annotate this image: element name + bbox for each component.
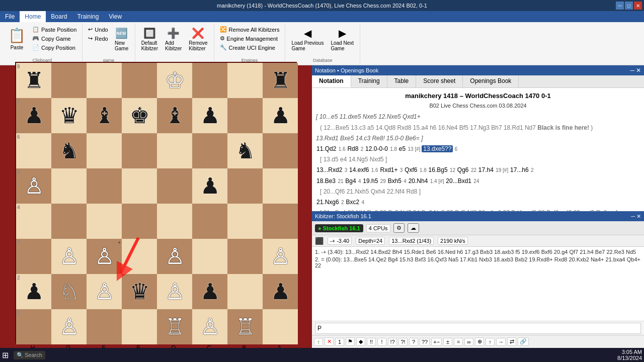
square[interactable] [87,168,122,204]
engine-mgmt-button[interactable]: ⚙ Engine Management [217,34,282,43]
square[interactable] [157,133,192,168]
move-bg4[interactable]: Bg4 [345,177,356,185]
square[interactable] [192,133,227,168]
move-19h5[interactable]: 19.h5 [362,177,378,185]
load-next-button[interactable]: ▶ Load NextGame [328,25,357,53]
square[interactable]: 6 [16,133,51,168]
square[interactable] [227,204,263,239]
paste-button[interactable]: 📋 Paste [5,25,29,52]
create-uci-button[interactable]: 🔧 Create UCI Engine [217,43,282,52]
move-13dxe5[interactable]: 13.dxe5?? [422,145,453,152]
square[interactable]: ♛ [51,98,87,133]
move-13rxd2[interactable]: 13...Rxd2 [316,166,343,173]
maximize-button[interactable]: □ [625,2,633,10]
start-button[interactable]: ⊞ [2,350,9,360]
square[interactable]: 4 [16,204,51,239]
move-qxf6[interactable]: Qxf6 [404,166,418,173]
menu-training[interactable]: Training [72,11,104,22]
square[interactable]: ♙ [157,274,192,309]
square[interactable]: ♟ [263,98,298,133]
menu-file[interactable]: File [0,11,20,22]
square[interactable]: ♖ [227,309,263,344]
kibitzer-cloud[interactable]: ☁ [408,223,419,233]
square[interactable] [122,63,157,98]
square[interactable] [87,133,122,168]
square[interactable]: ♖ [157,309,192,344]
undo-button[interactable]: ↩ Undo [86,25,110,34]
square[interactable]: ♝ [157,98,192,133]
square[interactable]: ♙ [192,309,227,344]
square[interactable]: 3 [16,239,51,274]
kibitzer-settings[interactable]: ⚙ [393,223,405,233]
square[interactable] [122,309,157,344]
square[interactable] [122,239,157,274]
square[interactable] [51,204,87,239]
remove-kibitzer-button[interactable]: ❌ RemoveKibitzer [186,25,210,53]
square[interactable]: ♚ [122,98,157,133]
square[interactable]: 8♜ [16,63,51,98]
move-rxd1[interactable]: Rxd1+ [379,166,398,173]
square[interactable] [87,204,122,239]
square[interactable] [227,63,263,98]
tab-notation[interactable]: Notation [312,75,351,87]
close-button[interactable]: ✕ [634,2,642,10]
move-e5[interactable]: e5 [398,145,406,152]
move-18be3[interactable]: 18.Be3 [316,177,336,185]
kib-minimize[interactable]: ─ [631,213,635,219]
tab-training[interactable]: Training [351,75,387,87]
minimize-button[interactable]: ─ [616,2,624,10]
square[interactable] [227,168,263,204]
square[interactable]: 1 [16,309,51,344]
square[interactable]: ♘ [51,274,87,309]
move-bxc2[interactable]: Bxc2 [345,199,360,206]
kib-close[interactable]: ✕ [636,213,641,220]
square[interactable]: ♟ [192,168,227,204]
menu-home[interactable]: Home [20,11,46,22]
square[interactable] [87,63,122,98]
move-rd8[interactable]: Rd8 [347,145,359,152]
chess-board[interactable]: 8♜♔♜7♟♛♝♚♝♟♟6♞♞5♙♟43♙♙+♙♙2♟♘♙♛♙♟♟1♙♖♙♖ [15,62,297,343]
square[interactable]: ♙+ [87,239,122,274]
square[interactable] [227,239,263,274]
square[interactable]: ♔ [157,63,192,98]
square[interactable] [263,168,298,204]
move-16bg5[interactable]: 16.Bg5 [428,166,448,173]
square[interactable]: ♜ [263,63,298,98]
copy-game-button[interactable]: 🎮 Copy Game [30,34,79,43]
square[interactable] [227,98,263,133]
add-kibitzer-button[interactable]: ➕ AddKibitzer [162,25,185,53]
menu-view[interactable]: View [104,11,127,22]
paste-position-button[interactable]: 📋 Paste Position [30,25,79,34]
square[interactable] [192,239,227,274]
copy-position-button[interactable]: 📄 Copy Position [30,43,79,52]
square[interactable] [192,63,227,98]
square[interactable]: ♙ [51,309,87,344]
move-11qd2[interactable]: 11.Qd2 [316,145,337,152]
square[interactable] [263,204,298,239]
move-17h4[interactable]: 17.h4 [478,166,494,173]
square[interactable] [122,204,157,239]
search-bar[interactable]: 🔍 Search [14,351,45,359]
square[interactable] [157,168,192,204]
square[interactable] [122,133,157,168]
square[interactable]: ♞ [227,133,263,168]
square[interactable]: ♞ [51,133,87,168]
square[interactable]: 2♟ [16,274,51,309]
square[interactable] [51,168,87,204]
square[interactable]: ♙ [263,239,298,274]
move-12000[interactable]: 12.0-0-0 [365,145,388,152]
move-bxh5[interactable]: Bxh5 [387,177,402,185]
square[interactable]: ♙ [51,239,87,274]
square[interactable]: ♟ [192,274,227,309]
tab-scoresheet[interactable]: Score sheet [416,75,463,87]
square[interactable] [263,309,298,344]
square[interactable]: 7♟ [16,98,51,133]
remove-all-kib-button[interactable]: 🔀 Remove All Kibitzers [217,25,282,34]
menu-board[interactable]: Board [46,11,72,22]
load-prev-button[interactable]: ◀ Load PreviousGame [288,25,327,53]
square[interactable]: ♝ [87,98,122,133]
move-20bxd1[interactable]: 20...Bxd1 [445,177,472,185]
redo-button[interactable]: ↪ Redo [86,34,110,43]
new-game-button[interactable]: 🆕 NewGame [112,25,132,53]
default-kibitzer-button[interactable]: 🔲 DefaultKibitzer [138,25,161,53]
